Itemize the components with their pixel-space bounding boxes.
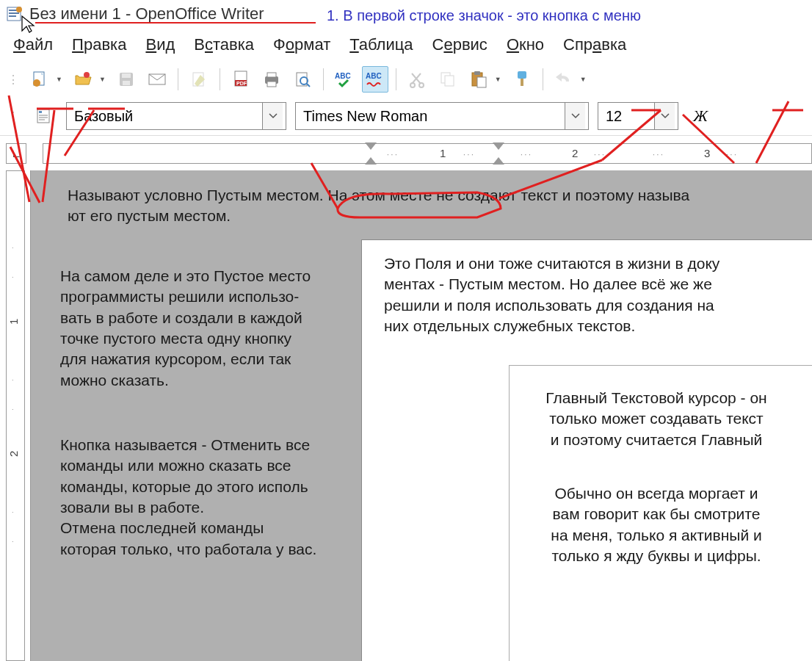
svg-point-4 xyxy=(16,7,22,12)
svg-point-7 xyxy=(84,72,90,78)
print-button[interactable] xyxy=(258,66,285,93)
open-button[interactable] xyxy=(70,66,96,93)
svg-rect-27 xyxy=(445,76,454,86)
menu-tools[interactable]: Сервис xyxy=(432,35,487,54)
ruler-tick: 3 xyxy=(704,147,710,159)
document-area: 1 2 · · · · · · Называют условно Пустым … xyxy=(0,170,812,661)
separator xyxy=(543,68,543,90)
cursor-icon xyxy=(21,15,37,35)
svg-point-24 xyxy=(410,83,415,87)
workspace-background[interactable]: Называют условно Пустым местом. На этом … xyxy=(31,170,812,661)
menu-file[interactable]: Файл xyxy=(13,35,53,54)
copy-button[interactable] xyxy=(435,66,461,93)
indent-marker-bottom[interactable] xyxy=(365,157,377,166)
styles-button[interactable] xyxy=(31,103,57,129)
menu-edit[interactable]: Правка xyxy=(72,35,126,54)
vertical-ruler[interactable]: 1 2 · · · · · · xyxy=(0,170,31,661)
menu-table[interactable]: Таблица xyxy=(349,35,413,54)
spellcheck-button[interactable]: ABC xyxy=(331,66,358,93)
window-title: Без имени 1 - OpenOffice Writer xyxy=(29,4,264,24)
paste-button[interactable] xyxy=(465,66,492,93)
svg-rect-17 xyxy=(267,73,276,77)
preview-button[interactable] xyxy=(289,66,316,93)
annotation-underline xyxy=(35,22,316,24)
indent-marker-top[interactable] xyxy=(365,142,377,151)
svg-text:ABC: ABC xyxy=(366,72,382,80)
menu-help[interactable]: Справка xyxy=(563,35,626,54)
menu-bar: Файл Правка Вид Вставка Формат Таблица С… xyxy=(0,28,812,62)
cut-button[interactable] xyxy=(404,66,430,93)
bold-italic-cut[interactable]: Ж xyxy=(693,106,708,126)
ruler-corner[interactable]: ∟ xyxy=(6,143,26,164)
paragraph-style-input[interactable] xyxy=(67,105,262,128)
font-size-dropdown[interactable] xyxy=(654,103,675,129)
format-brush-button[interactable] xyxy=(509,66,535,93)
ruler-tick: 1 xyxy=(440,147,446,159)
font-size-combo[interactable] xyxy=(598,102,678,130)
formatting-toolbar: ⋮ Ж xyxy=(0,97,812,135)
horizontal-ruler[interactable]: 1 2 3 · · · · · · · · · · · · · · · · · … xyxy=(43,143,812,164)
svg-rect-9 xyxy=(122,73,131,78)
standard-toolbar: ⋮ ▼ ▼ PDF ABC ABC ▼ ▼ xyxy=(0,62,812,97)
annotation-gray-top: Называют условно Пустым местом. На этом … xyxy=(68,185,772,227)
cursor-text-1: Главный Текстовой курсор - он только мож… xyxy=(524,388,789,450)
separator xyxy=(220,68,220,90)
separator xyxy=(323,68,324,90)
indent-marker-right-top[interactable] xyxy=(493,142,504,151)
annotation-1: 1. В первой строке значок - это кнопка с… xyxy=(327,7,641,24)
separator xyxy=(396,68,396,90)
toolbar-grip[interactable]: ⋮ xyxy=(7,73,19,87)
svg-text:PDF: PDF xyxy=(236,81,247,86)
font-name-input[interactable] xyxy=(296,105,565,128)
cursor-text-2: Обычно он всегда моргает и вам говорит к… xyxy=(524,483,789,566)
page-margin-text: Это Поля и они тоже считаются в жизни в … xyxy=(384,253,788,336)
svg-rect-29 xyxy=(474,71,480,75)
undo-button[interactable] xyxy=(551,66,577,93)
toolbar-grip[interactable]: ⋮ xyxy=(7,109,19,123)
ruler-area: ∟ 1 2 3 · · · · · · · · · · · · · · · · … xyxy=(0,135,812,170)
undo-dropdown[interactable]: ▼ xyxy=(580,76,587,83)
svg-rect-31 xyxy=(518,71,526,79)
indent-marker-right-bottom[interactable] xyxy=(493,157,504,166)
new-doc-button[interactable] xyxy=(26,66,53,93)
svg-rect-33 xyxy=(39,111,42,113)
menu-window[interactable]: Окно xyxy=(507,35,544,54)
open-dropdown[interactable]: ▼ xyxy=(99,76,106,83)
svg-point-6 xyxy=(33,79,40,87)
paragraph-style-combo[interactable] xyxy=(66,102,286,130)
save-button[interactable] xyxy=(113,66,139,93)
menu-view[interactable]: Вид xyxy=(145,35,175,54)
svg-line-21 xyxy=(307,84,310,87)
ruler-tick: 2 xyxy=(572,147,578,159)
svg-point-25 xyxy=(419,83,424,87)
menu-format[interactable]: Формат xyxy=(273,35,330,54)
svg-text:ABC: ABC xyxy=(335,72,351,80)
annotation-gray-left-1: На самом деле и это Пустое место програм… xyxy=(60,266,354,391)
mail-button[interactable] xyxy=(144,66,170,93)
svg-rect-10 xyxy=(123,81,130,85)
svg-rect-30 xyxy=(477,77,486,87)
font-size-input[interactable] xyxy=(598,105,654,128)
new-doc-dropdown[interactable]: ▼ xyxy=(56,76,62,83)
menu-insert[interactable]: Вставка xyxy=(194,35,254,54)
annotation-gray-left-2: Кнопка называется - Отменить все команды… xyxy=(60,435,354,560)
font-name-dropdown[interactable] xyxy=(565,103,585,129)
document-page[interactable]: Это Поля и они тоже считаются в жизни в … xyxy=(361,239,812,661)
pdf-export-button[interactable]: PDF xyxy=(228,66,254,93)
auto-spellcheck-button[interactable]: ABC xyxy=(362,66,388,93)
edit-file-button[interactable] xyxy=(186,66,212,93)
svg-rect-18 xyxy=(267,82,276,87)
paste-dropdown[interactable]: ▼ xyxy=(495,76,501,83)
separator xyxy=(178,68,178,90)
svg-rect-3 xyxy=(9,15,16,17)
text-frame[interactable]: Главный Текстовой курсор - он только мож… xyxy=(509,365,812,661)
font-name-combo[interactable] xyxy=(295,102,589,130)
paragraph-style-dropdown[interactable] xyxy=(262,103,283,129)
svg-rect-2 xyxy=(9,12,19,14)
